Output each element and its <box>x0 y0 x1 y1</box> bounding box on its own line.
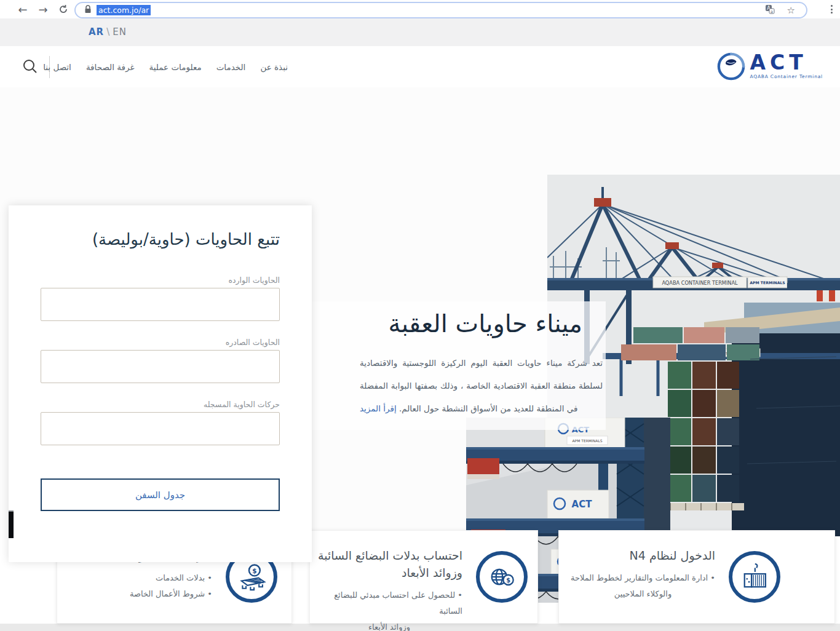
tariff-bullet-1[interactable]: • بدلات الخدمات <box>89 570 212 586</box>
act-box-apm-label: APM TERMINALS <box>572 439 602 443</box>
container-movements-label: حركات الحاوية المسجله <box>41 400 280 409</box>
globe-dollar-icon: $ <box>476 551 528 603</box>
lock-icon <box>84 4 92 16</box>
bulk-cargo-card[interactable]: $ احتساب بدلات البضائع السائبة وزوائد ال… <box>309 530 538 624</box>
lang-en[interactable]: EN <box>113 26 127 38</box>
n4-bullet-line2[interactable]: والوكلاء الملاحيين <box>571 586 715 602</box>
browser-menu-icon[interactable] <box>826 2 836 16</box>
read-more-link[interactable]: إقرأ المزيد <box>360 403 397 413</box>
vessel-schedule-button[interactable]: جدول السفن <box>41 478 280 511</box>
outbound-containers-label: الحاويات الصادره <box>41 338 280 347</box>
n4-login-title: الدخول لنظام N4 <box>571 547 715 564</box>
svg-text:a: a <box>771 9 773 14</box>
address-bar[interactable]: act.com.jo/ar Aa ☆ <box>74 2 807 18</box>
hero-paragraph-text: تعد شركة ميناء حاويات العقبة اليوم الركي… <box>360 358 603 413</box>
nav-item-press-room[interactable]: غرفة الصحافة <box>86 62 135 72</box>
crane-sign-text: AQABA CONTAINER TERMINAL <box>662 280 738 286</box>
inbound-containers-input[interactable] <box>41 288 280 321</box>
tariff-bullet-2[interactable]: • شروط الأعمال الخاصة <box>89 586 212 602</box>
tracking-form-title: تتبع الحاويات (حاوية/بوليصة) <box>41 228 280 251</box>
n4-bullet-line1[interactable]: • ادارة المعلومات والتقارير لخطوط الملاح… <box>571 570 715 586</box>
apm-sign-text: APM TERMINALS <box>750 280 785 285</box>
hero-paragraph: تعد شركة ميناء حاويات العقبة اليوم الركي… <box>360 352 603 420</box>
page: ← → act.com.jo/ar Aa ☆ AR\EN <box>0 0 840 631</box>
nav-item-practical-info[interactable]: معلومات عملية <box>149 62 201 72</box>
act-globe-icon <box>716 52 746 83</box>
act-logo[interactable]: ACT AQABA Container Terminal <box>716 52 823 83</box>
bulk-cargo-title-line2: وزوائد الأبعاد <box>316 564 462 581</box>
inbound-containers-label: الحاويات الوارده <box>41 276 280 285</box>
act-box-label-2: ACT <box>572 499 593 510</box>
site-header: نبذة عن الخدمات معلومات عملية غرفة الصحا… <box>0 46 840 87</box>
side-widget-bar[interactable] <box>9 510 14 538</box>
back-icon[interactable]: ← <box>14 0 32 18</box>
language-bar: AR\EN <box>0 18 840 46</box>
search-icon[interactable] <box>22 58 38 74</box>
translate-icon[interactable]: Aa <box>765 4 775 17</box>
main-nav: نبذة عن الخدمات معلومات عملية غرفة الصحا… <box>59 46 288 87</box>
logo-subtitle: AQABA Container Terminal <box>750 74 823 79</box>
svg-text:$: $ <box>252 567 256 574</box>
url-text[interactable]: act.com.jo/ar <box>97 5 151 15</box>
nav-item-services[interactable]: الخدمات <box>216 62 246 72</box>
bulk-cargo-bullet-line2[interactable]: وزوائد الأبعاء <box>316 619 462 631</box>
bulk-cargo-title-line1: احتساب بدلات البضائع السائبة <box>316 547 462 564</box>
forward-icon[interactable]: → <box>34 0 52 18</box>
n4-login-card[interactable]: الدخول لنظام N4 • ادارة المعلومات والتقا… <box>558 530 835 624</box>
container-tracking-card: تتبع الحاويات (حاوية/بوليصة) الحاويات ال… <box>9 205 312 562</box>
nav-item-contact[interactable]: اتصل بنا <box>43 62 71 72</box>
hero-title: ميناء حاويات العقبة <box>311 308 606 339</box>
lang-separator: \ <box>104 26 113 38</box>
bulk-cargo-bullet-line1[interactable]: • للحصول على احتساب مبدئي للبضائع السائب… <box>316 587 462 619</box>
lang-ar[interactable]: AR <box>89 26 104 38</box>
outbound-containers-input[interactable] <box>41 350 280 383</box>
browser-toolbar: ← → act.com.jo/ar Aa ☆ <box>0 0 840 19</box>
bookmark-star-icon[interactable]: ☆ <box>787 5 795 16</box>
logo-wordmark: ACT <box>750 52 807 73</box>
svg-text:$: $ <box>506 577 510 584</box>
hero-section: AQABA CONTAINER TERMINAL APM TERMINALS A… <box>0 87 840 530</box>
hero-text-block: ميناء حاويات العقبة تعد شركة ميناء حاويا… <box>311 301 606 430</box>
reload-icon[interactable] <box>54 0 73 18</box>
container-hook-icon <box>729 551 780 603</box>
nav-item-about[interactable]: نبذة عن <box>260 62 288 72</box>
container-movements-input[interactable] <box>41 412 280 445</box>
